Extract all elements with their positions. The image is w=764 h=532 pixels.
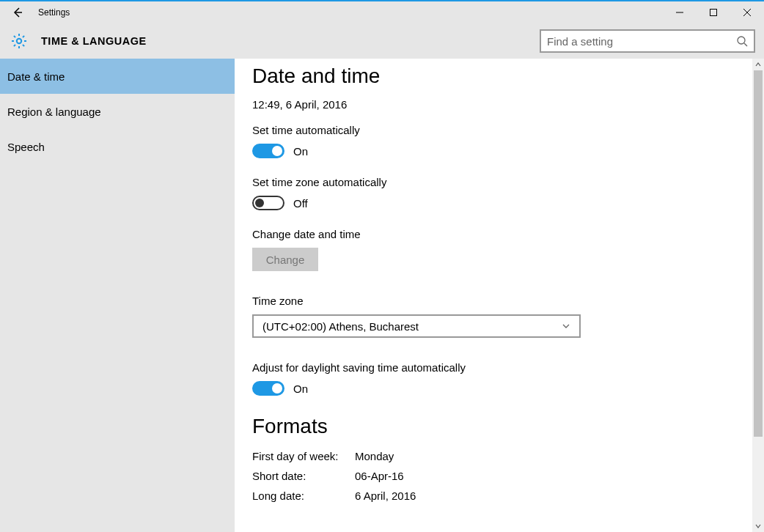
- set-time-auto-toggle[interactable]: [252, 144, 284, 158]
- format-row: Long date: 6 April, 2016: [252, 489, 752, 502]
- formats-title: Formats: [252, 415, 752, 438]
- chevron-down-icon: [755, 523, 761, 529]
- format-value: 06-Apr-16: [355, 470, 404, 482]
- section-title: TIME & LANGUAGE: [41, 35, 147, 47]
- dst-toggle[interactable]: [252, 381, 284, 396]
- search-input[interactable]: [547, 35, 736, 48]
- gear-icon: [10, 32, 28, 50]
- back-arrow-icon: [12, 7, 23, 18]
- timezone-select[interactable]: (UTC+02:00) Athens, Bucharest: [252, 314, 581, 338]
- set-time-auto-state: On: [293, 145, 308, 158]
- sidebar-item-label: Speech: [7, 141, 45, 153]
- sidebar-item-label: Region & language: [7, 106, 101, 118]
- back-button[interactable]: [0, 1, 35, 23]
- set-tz-auto-toggle[interactable]: [252, 196, 284, 210]
- sidebar-item-region-language[interactable]: Region & language: [0, 94, 235, 129]
- content: Date and time 12:49, 6 April, 2016 Set t…: [235, 59, 752, 532]
- close-button[interactable]: [730, 1, 764, 23]
- current-datetime: 12:49, 6 April, 2016: [252, 98, 752, 111]
- set-tz-auto-label: Set time zone automatically: [252, 176, 752, 188]
- dst-label: Adjust for daylight saving time automati…: [252, 361, 752, 374]
- sidebar-item-label: Date & time: [7, 70, 65, 83]
- format-value: 6 April, 2016: [355, 489, 416, 502]
- scroll-up-button[interactable]: [752, 59, 764, 70]
- change-button: Change: [252, 248, 318, 271]
- maximize-button[interactable]: [697, 1, 730, 23]
- dst-state: On: [293, 383, 308, 395]
- app-title: Settings: [38, 7, 70, 18]
- sidebar-item-date-time[interactable]: Date & time: [0, 59, 235, 94]
- change-dt-label: Change date and time: [252, 228, 752, 240]
- scrollbar-thumb[interactable]: [754, 70, 763, 437]
- svg-rect-0: [710, 10, 717, 16]
- timezone-label: Time zone: [252, 295, 752, 307]
- set-time-auto-label: Set time automatically: [252, 124, 752, 136]
- close-icon: [743, 9, 751, 16]
- minimize-button[interactable]: [663, 1, 697, 23]
- vertical-scrollbar[interactable]: [752, 59, 764, 532]
- format-row: Short date: 06-Apr-16: [252, 470, 752, 482]
- maximize-icon: [710, 9, 717, 16]
- page-title: Date and time: [252, 64, 752, 88]
- svg-point-1: [17, 39, 21, 43]
- titlebar: Settings: [0, 1, 764, 23]
- scroll-down-button[interactable]: [752, 520, 764, 532]
- timezone-selected: (UTC+02:00) Athens, Bucharest: [262, 320, 419, 333]
- format-label: Long date:: [252, 489, 355, 502]
- svg-point-2: [738, 37, 745, 44]
- search-box[interactable]: [540, 29, 755, 53]
- format-label: Short date:: [252, 470, 355, 482]
- set-tz-auto-state: Off: [293, 197, 308, 210]
- sidebar-item-speech[interactable]: Speech: [0, 129, 235, 164]
- sidebar: Date & time Region & language Speech: [0, 59, 235, 532]
- format-value: Monday: [355, 450, 394, 462]
- format-label: First day of week:: [252, 450, 355, 462]
- header: TIME & LANGUAGE: [0, 23, 764, 59]
- chevron-up-icon: [755, 62, 761, 67]
- search-icon: [736, 35, 748, 47]
- format-row: First day of week: Monday: [252, 450, 752, 462]
- chevron-down-icon: [562, 322, 570, 330]
- minimize-icon: [676, 9, 683, 16]
